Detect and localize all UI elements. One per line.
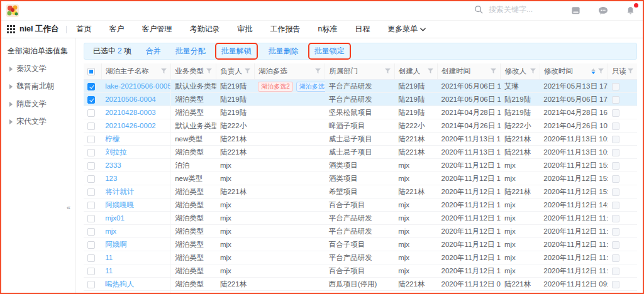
row-checkbox-cell[interactable] [84, 185, 101, 199]
row-name-link[interactable]: 阿娥嘎嘎 [105, 201, 134, 209]
filter-icon[interactable] [428, 68, 433, 74]
cell-name: 柠檬 [101, 133, 171, 146]
toolbar-action-3[interactable]: 批量解锁 [215, 43, 258, 60]
filter-icon[interactable] [245, 68, 250, 74]
chat-icon[interactable] [598, 6, 608, 15]
row-checkbox-cell[interactable] [84, 199, 101, 212]
cell-dept: 平台产品研发 [325, 225, 395, 238]
row-name-link[interactable]: 20210426-0002 [105, 122, 156, 129]
filter-icon[interactable] [491, 68, 496, 74]
row-name-link[interactable]: 20210428-0003 [105, 109, 156, 116]
app-window: niel 工作台 首页客户客户管理考勤记录审批工作报告n标准日程 更多菜单 全部… [0, 0, 644, 294]
row-checkbox[interactable] [87, 175, 95, 183]
filter-icon[interactable] [530, 68, 536, 74]
nav-items: 首页客户客户管理考勤记录审批工作报告n标准日程 [77, 24, 388, 35]
row-checkbox[interactable] [87, 228, 95, 236]
row-checkbox[interactable] [87, 188, 95, 196]
sort-icon[interactable] [591, 68, 596, 74]
cell-type: new类型 [171, 172, 216, 185]
select-all-cell[interactable] [84, 63, 101, 80]
readonly-checkbox [612, 83, 619, 90]
row-checkbox-cell[interactable] [84, 212, 101, 225]
row-checkbox-cell[interactable] [84, 264, 101, 278]
row-name-link[interactable]: 阿娥啊 [105, 241, 127, 248]
row-name-link[interactable]: mjx01 [105, 214, 125, 222]
row-checkbox-cell[interactable] [84, 238, 101, 251]
sidebar-collapse-handle[interactable]: « [67, 204, 70, 211]
row-name-link[interactable]: lake-20210506-0005 [105, 82, 171, 90]
row-checkbox-cell[interactable] [84, 278, 101, 291]
row-name-link[interactable]: 123 [105, 175, 117, 182]
select-all-checkbox[interactable] [87, 68, 95, 75]
row-checkbox[interactable] [87, 268, 95, 275]
filter-icon[interactable] [206, 68, 212, 74]
row-checkbox[interactable] [87, 241, 95, 249]
sidebar-item-2[interactable]: 魏晋南北朝 [9, 81, 75, 92]
cell-owner: 陆221林 [216, 278, 254, 291]
row-name-link[interactable]: 将计就计 [105, 188, 134, 195]
filter-icon[interactable] [628, 68, 633, 74]
apps-grid-icon[interactable] [7, 25, 15, 33]
global-search[interactable] [474, 4, 559, 14]
cell-name: 11 [101, 264, 171, 278]
nav-item-1[interactable]: 首页 [77, 24, 92, 35]
sidebar-item-4[interactable]: 宋代文学 [9, 116, 75, 127]
row-checkbox-cell[interactable] [84, 133, 101, 146]
filter-icon[interactable] [315, 68, 321, 74]
cell-dept: 西瓜项目(停用) [325, 278, 395, 291]
row-checkbox[interactable] [87, 149, 95, 156]
row-name-link[interactable]: 柠檬 [105, 135, 119, 143]
row-checkbox-cell[interactable] [84, 119, 101, 133]
sidebar-item-1[interactable]: 秦汉文学 [9, 63, 75, 74]
row-checkbox[interactable] [87, 136, 95, 143]
row-checkbox-cell[interactable] [84, 106, 101, 119]
row-name-link[interactable]: mjx [105, 227, 116, 235]
row-name-link[interactable]: 喝热狗人 [105, 280, 134, 288]
nav-item-7[interactable]: n标准 [318, 24, 338, 35]
search-input[interactable] [487, 4, 559, 14]
filter-icon[interactable] [385, 68, 391, 74]
toolbar-action-2[interactable]: 批量分配 [175, 46, 206, 57]
row-checkbox[interactable] [87, 83, 95, 90]
row-checkbox-cell[interactable] [84, 172, 101, 185]
row-name-link[interactable]: 11 [105, 254, 113, 261]
nav-item-6[interactable]: 工作报告 [270, 24, 301, 35]
row-checkbox[interactable] [87, 254, 95, 262]
row-checkbox[interactable] [87, 162, 95, 170]
toolbar-action-5[interactable]: 批量锁定 [308, 43, 351, 60]
row-checkbox-cell[interactable] [84, 146, 101, 159]
nav-item-4[interactable]: 考勤记录 [190, 24, 220, 35]
row-checkbox[interactable] [87, 202, 95, 209]
filter-icon[interactable] [161, 68, 167, 74]
toolbar-action-4[interactable]: 批量删除 [269, 46, 299, 57]
nav-item-2[interactable]: 客户 [109, 24, 125, 35]
row-checkbox[interactable] [87, 281, 95, 288]
row-name-link[interactable]: 20210506-0004 [105, 95, 156, 103]
row-checkbox-cell[interactable] [84, 80, 101, 93]
sidebar-item-3[interactable]: 隋唐文学 [9, 99, 75, 109]
row-checkbox-cell[interactable] [84, 291, 101, 294]
row-checkbox[interactable] [87, 122, 95, 130]
cell-creator: mjx [394, 172, 437, 185]
app-logo[interactable] [6, 4, 19, 17]
row-checkbox[interactable] [87, 215, 95, 222]
row-checkbox-cell[interactable] [84, 225, 101, 238]
row-name-link[interactable]: 11 [105, 267, 113, 275]
nav-more-menu[interactable]: 更多菜单 [387, 24, 426, 35]
bell-icon[interactable] [626, 6, 635, 15]
nav-item-8[interactable]: 日程 [355, 24, 370, 35]
calendar-icon[interactable] [571, 6, 580, 15]
row-checkbox[interactable] [87, 96, 95, 104]
row-name-link[interactable]: 2333 [105, 161, 121, 169]
nav-item-3[interactable]: 客户管理 [142, 24, 172, 35]
filter-icon[interactable] [598, 68, 604, 74]
row-checkbox-cell[interactable] [84, 251, 101, 264]
nav-item-5[interactable]: 审批 [238, 24, 253, 35]
row-checkbox[interactable] [87, 109, 95, 117]
column-label: 修改时间 [544, 67, 573, 76]
row-name-link[interactable]: 刘拉拉 [105, 148, 127, 156]
row-checkbox-cell[interactable] [84, 93, 101, 106]
row-checkbox-cell[interactable] [84, 159, 101, 172]
cell-tags [254, 185, 325, 199]
toolbar-action-1[interactable]: 合并 [146, 46, 161, 57]
